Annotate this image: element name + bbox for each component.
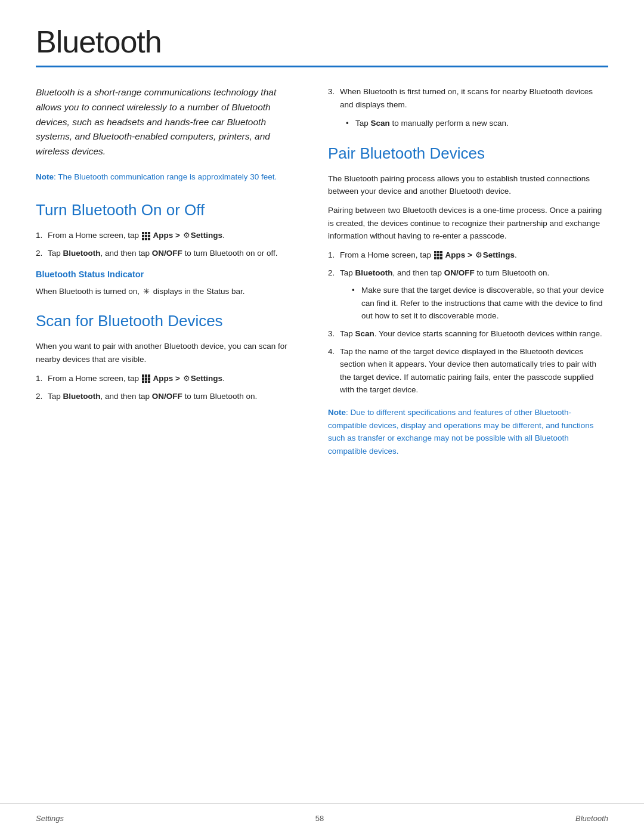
pair-step-3-text: Tap Scan. Your device starts scanning fo… xyxy=(340,329,602,338)
scan-step-1-text: From a Home screen, tap Apps > ⚙Settings… xyxy=(48,374,225,383)
apps-icon-scan xyxy=(142,374,150,383)
scan-step-num-3: 3. xyxy=(328,85,335,98)
apps-label-pair: Apps > xyxy=(445,250,472,259)
intro-note-label: Note xyxy=(36,172,54,181)
scan-steps-right: 3. When Bluetooth is first turned on, it… xyxy=(328,85,608,111)
scan-bullet-1: Tap Scan to manually perform a new scan. xyxy=(346,117,608,130)
settings-icon-pair: ⚙ xyxy=(475,249,482,262)
scan-step-1: 1. From a Home screen, tap Apps > ⚙Setti… xyxy=(36,372,298,385)
footer-right: Bluetooth xyxy=(575,814,608,823)
two-column-layout: Bluetooth is a short-range communication… xyxy=(36,85,608,457)
turn-bluetooth-heading: Turn Bluetooth On or Off xyxy=(36,201,298,219)
scan-intro: When you want to pair with another Bluet… xyxy=(36,340,298,366)
settings-label: Settings xyxy=(191,231,222,240)
pair-step-2-text: Tap Bluetooth, and then tap ON/OFF to tu… xyxy=(340,268,549,277)
bluetooth-status-text: When Bluetooth is turned on, ✳ displays … xyxy=(36,285,298,298)
turn-step-2-text: Tap Bluetooth, and then tap ON/OFF to tu… xyxy=(48,249,277,258)
settings-label-pair: Settings xyxy=(483,250,515,259)
scan-bullet-list: Tap Scan to manually perform a new scan. xyxy=(346,117,608,130)
bluetooth-symbol: ✳ xyxy=(143,286,150,298)
pair-step-1-text: From a Home screen, tap Apps > ⚙Settings… xyxy=(340,250,517,259)
right-column: 3. When Bluetooth is first turned on, it… xyxy=(328,85,608,457)
intro-note: Note: The Bluetooth communication range … xyxy=(36,171,298,183)
scan-step-num-1: 1. xyxy=(36,372,42,385)
scan-step-2-text: Tap Bluetooth, and then tap ON/OFF to tu… xyxy=(48,392,257,401)
pair-step-num-4: 4. xyxy=(328,345,335,358)
settings-icon-scan: ⚙ xyxy=(183,373,190,385)
step-num-1: 1. xyxy=(36,229,42,242)
turn-step-1: 1. From a Home screen, tap Apps > xyxy=(36,229,298,242)
pair-steps: 1. From a Home screen, tap Apps > ⚙Setti… xyxy=(328,249,608,397)
settings-label-scan: Settings xyxy=(191,374,222,383)
step-num-2: 2. xyxy=(36,247,42,260)
pair-step-2-bullet: Make sure that the target device is disc… xyxy=(352,284,608,323)
footer-left: Settings xyxy=(36,814,64,823)
scan-steps: 1. From a Home screen, tap Apps > ⚙Setti… xyxy=(36,372,298,402)
pair-bottom-note: Note: Due to different specifications an… xyxy=(328,406,608,457)
pair-step-4-text: Tap the name of the target device displa… xyxy=(340,347,596,395)
pair-step-4: 4. Tap the name of the target device dis… xyxy=(328,345,608,397)
pair-bluetooth-heading: Pair Bluetooth Devices xyxy=(328,144,608,163)
apps-label-scan: Apps > xyxy=(153,374,180,383)
intro-text: Bluetooth is a short-range communication… xyxy=(36,85,298,159)
pair-note-label: Note xyxy=(328,408,346,417)
left-column: Bluetooth is a short-range communication… xyxy=(36,85,298,457)
turn-bluetooth-steps: 1. From a Home screen, tap Apps > xyxy=(36,229,298,259)
pair-step-num-1: 1. xyxy=(328,249,335,262)
pair-step-2-bullets: Make sure that the target device is disc… xyxy=(352,284,608,323)
scan-step-3: 3. When Bluetooth is first turned on, it… xyxy=(328,85,608,111)
page-title: Bluetooth xyxy=(36,24,608,60)
scan-step-num-2: 2. xyxy=(36,390,42,403)
footer: Settings 58 Bluetooth xyxy=(0,803,644,833)
pair-step-2: 2. Tap Bluetooth, and then tap ON/OFF to… xyxy=(328,267,608,323)
pair-step-num-3: 3. xyxy=(328,327,335,340)
pair-note-body: : Due to different specifications and fe… xyxy=(328,408,594,456)
settings-icon: ⚙ xyxy=(183,230,190,242)
title-rule xyxy=(36,66,608,67)
content-area: Bluetooth Bluetooth is a short-range com… xyxy=(0,0,644,505)
pair-step-num-2: 2. xyxy=(328,267,335,280)
apps-label: Apps > xyxy=(153,231,180,240)
pair-intro-2: Pairing between two Bluetooth devices is… xyxy=(328,204,608,243)
scan-step-3-text: When Bluetooth is first turned on, it sc… xyxy=(340,87,593,109)
pair-intro-1: The Bluetooth pairing process allows you… xyxy=(328,172,608,198)
turn-step-1-text: From a Home screen, tap Apps > ⚙Settings… xyxy=(48,231,225,240)
intro-note-body: : The Bluetooth communication range is a… xyxy=(54,172,277,181)
apps-icon-pair xyxy=(434,251,442,259)
page: Bluetooth Bluetooth is a short-range com… xyxy=(0,0,644,833)
apps-icon xyxy=(142,232,150,240)
turn-step-2: 2. Tap Bluetooth, and then tap ON/OFF to… xyxy=(36,247,298,260)
pair-step-1: 1. From a Home screen, tap Apps > ⚙Setti… xyxy=(328,249,608,262)
scan-bluetooth-heading: Scan for Bluetooth Devices xyxy=(36,312,298,330)
bluetooth-status-indicator-heading: Bluetooth Status Indicator xyxy=(36,270,298,279)
scan-step-2: 2. Tap Bluetooth, and then tap ON/OFF to… xyxy=(36,390,298,403)
footer-center: 58 xyxy=(315,814,324,823)
pair-step-3: 3. Tap Scan. Your device starts scanning… xyxy=(328,327,608,340)
